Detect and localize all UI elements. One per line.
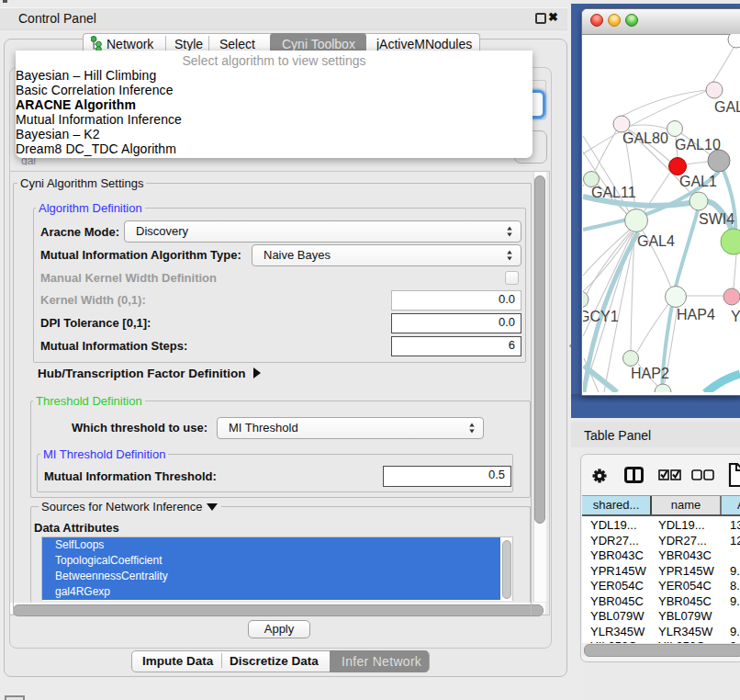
svg-text:Y: Y: [731, 309, 740, 324]
svg-text:GAL4: GAL4: [637, 233, 675, 249]
svg-text:SWI4: SWI4: [699, 211, 734, 227]
svg-text:GAL11: GAL11: [591, 185, 636, 200]
svg-text:GCY1: GCY1: [583, 309, 619, 324]
svg-text:HAP2: HAP2: [631, 366, 669, 381]
svg-text:GAL1: GAL1: [679, 174, 717, 189]
svg-text:GAL7: GAL7: [714, 99, 740, 115]
svg-text:GAL80: GAL80: [622, 130, 668, 146]
svg-text:HAP4: HAP4: [677, 307, 715, 322]
svg-text:GAL10: GAL10: [675, 137, 721, 152]
